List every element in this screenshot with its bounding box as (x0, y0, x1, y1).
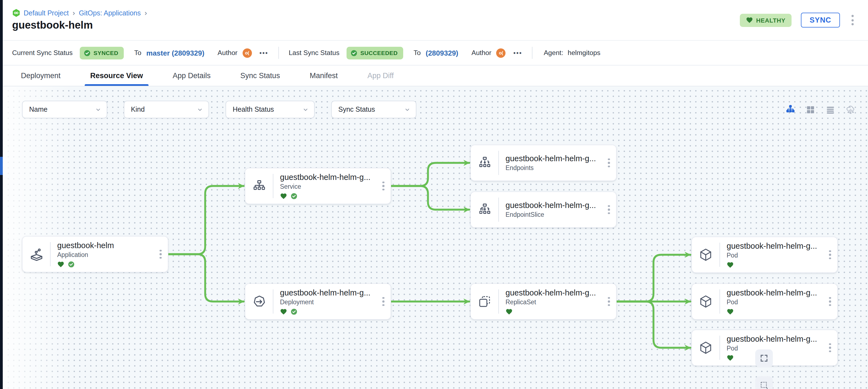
author-avatar[interactable]: o( (243, 48, 252, 58)
cloud-view-button[interactable] (845, 104, 856, 115)
left-rail (0, 0, 3, 389)
resource-node-service-svc[interactable]: guestbook-helm-helm-g...Service (245, 168, 391, 204)
resource-kind: EndpointSlice (505, 211, 602, 218)
synced-check-icon (68, 261, 75, 268)
resource-kind: ReplicaSet (505, 298, 602, 306)
healthy-heart-icon (280, 192, 287, 200)
resource-node-endpointslice-eps[interactable]: guestbook-helm-helm-g...EndpointSlice (470, 191, 617, 228)
status-bar: Current Sync Status SYNCED To master (28… (3, 40, 868, 65)
heart-icon (746, 17, 753, 24)
node-menu-button[interactable] (602, 284, 616, 319)
filter-bar: NameKindHealth StatusSync Status (22, 101, 856, 118)
resource-name: guestbook-helm-helm-g... (505, 288, 602, 297)
app-root: Default Project › GitOps: Applications ›… (0, 0, 868, 389)
divider (278, 47, 279, 59)
node-menu-button[interactable] (602, 145, 616, 180)
tab-resource-view[interactable]: Resource View (87, 65, 146, 86)
breadcrumb-project[interactable]: Default Project (24, 9, 69, 17)
divider (532, 47, 533, 59)
resource-name: guestbook-helm-helm-g... (280, 173, 376, 182)
application-icon (23, 237, 50, 272)
resource-node-deployment-dep[interactable]: guestbook-helm-helm-g...Deployment (245, 283, 391, 320)
synced-check-icon (290, 192, 298, 200)
resource-kind: Deployment (280, 298, 376, 306)
breadcrumb-section[interactable]: GitOps: Applications (79, 9, 141, 17)
endpointslice-icon (471, 192, 498, 227)
resource-name: guestbook-helm-helm-g... (726, 334, 823, 343)
tab-deployment[interactable]: Deployment (18, 65, 64, 86)
replicaset-icon (471, 284, 498, 319)
edge-app-to-dep (167, 254, 244, 301)
filter-dropdown-name[interactable]: Name (22, 101, 107, 118)
list-view-button[interactable] (826, 105, 835, 114)
node-status-icons (726, 354, 823, 361)
edge-svc-to-ep (390, 163, 469, 186)
breadcrumb-separator: › (72, 9, 75, 17)
breadcrumb: Default Project › GitOps: Applications › (12, 9, 147, 17)
pod-icon (692, 330, 719, 365)
tree-view-button[interactable] (785, 104, 796, 115)
node-menu-button[interactable] (823, 237, 837, 272)
breadcrumb-separator: › (145, 9, 147, 17)
marquee-selection-icon (760, 381, 769, 389)
node-status-icons (57, 261, 153, 268)
resource-kind: Pod (726, 252, 823, 259)
edge-rs-to-pod3 (616, 301, 690, 348)
node-menu-button[interactable] (376, 284, 391, 319)
resource-kind: Service (280, 183, 376, 190)
node-menu-button[interactable] (823, 330, 837, 365)
resource-node-endpoints-ep[interactable]: guestbook-helm-helm-g...Endpoints (470, 145, 617, 181)
last-revision-link[interactable]: (2809329) (426, 49, 459, 57)
resource-node-replicaset-rs[interactable]: guestbook-helm-helm-g...ReplicaSet (470, 283, 617, 320)
sync-button[interactable]: SYNC (801, 13, 840, 28)
edge-svc-to-eps (390, 186, 469, 210)
node-status-icons (505, 308, 602, 315)
to-label: To (134, 49, 142, 57)
tab-manifest[interactable]: Manifest (306, 65, 341, 86)
edge-app-to-svc (167, 186, 244, 254)
tab-sync-status[interactable]: Sync Status (237, 65, 283, 86)
resource-node-pod-pod2[interactable]: guestbook-helm-helm-g...Pod (691, 283, 838, 320)
healthy-heart-icon (280, 308, 287, 315)
node-menu-button[interactable] (823, 284, 837, 319)
health-badge-label: HEALTHY (756, 17, 785, 23)
succeeded-badge: SUCCEEDED (346, 47, 403, 59)
healthy-heart-icon (726, 308, 734, 315)
node-menu-button[interactable] (376, 168, 391, 204)
current-revision-link[interactable]: master (2809329) (146, 49, 204, 57)
resource-kind: Pod (726, 345, 823, 352)
filter-dropdown-sync-status[interactable]: Sync Status (331, 101, 416, 118)
pod-icon (692, 237, 719, 272)
node-status-icons (280, 192, 376, 200)
healthy-heart-icon (726, 261, 734, 268)
resource-name: guestbook-helm-helm-g... (280, 288, 376, 297)
agent-label: Agent: (544, 49, 563, 57)
resource-kind: Pod (726, 298, 823, 306)
resource-tree-canvas[interactable]: NameKindHealth StatusSync Status guestbo… (3, 86, 868, 389)
tab-bar: DeploymentResource ViewApp DetailsSync S… (3, 65, 868, 86)
node-status-icons (726, 308, 823, 315)
to-label: To (414, 49, 421, 57)
chevron-down-icon (197, 107, 203, 113)
resource-name: guestbook-helm (57, 241, 153, 250)
author-label: Author (218, 49, 237, 57)
resource-node-pod-pod1[interactable]: guestbook-helm-helm-g...Pod (691, 237, 838, 273)
node-menu-button[interactable] (153, 237, 168, 272)
grid-view-button[interactable] (806, 105, 815, 114)
resource-name: guestbook-helm-helm-g... (505, 154, 602, 163)
author-label: Author (471, 49, 491, 57)
rail-active-indicator (0, 157, 3, 175)
deployment-icon (245, 284, 273, 319)
tab-app-details[interactable]: App Details (169, 65, 214, 86)
synced-check-icon (290, 308, 298, 315)
select-area-button[interactable] (755, 376, 773, 389)
app-more-actions-button[interactable] (849, 13, 856, 28)
author-avatar[interactable]: o( (496, 48, 506, 58)
filter-dropdown-kind[interactable]: Kind (124, 101, 209, 118)
show-more-button[interactable]: ••• (260, 50, 269, 56)
filter-dropdown-health-status[interactable]: Health Status (225, 101, 315, 118)
node-menu-button[interactable] (602, 192, 616, 227)
fit-view-button[interactable] (755, 349, 773, 367)
resource-node-application-app[interactable]: guestbook-helmApplication (22, 236, 168, 272)
show-more-button[interactable]: ••• (514, 50, 522, 56)
